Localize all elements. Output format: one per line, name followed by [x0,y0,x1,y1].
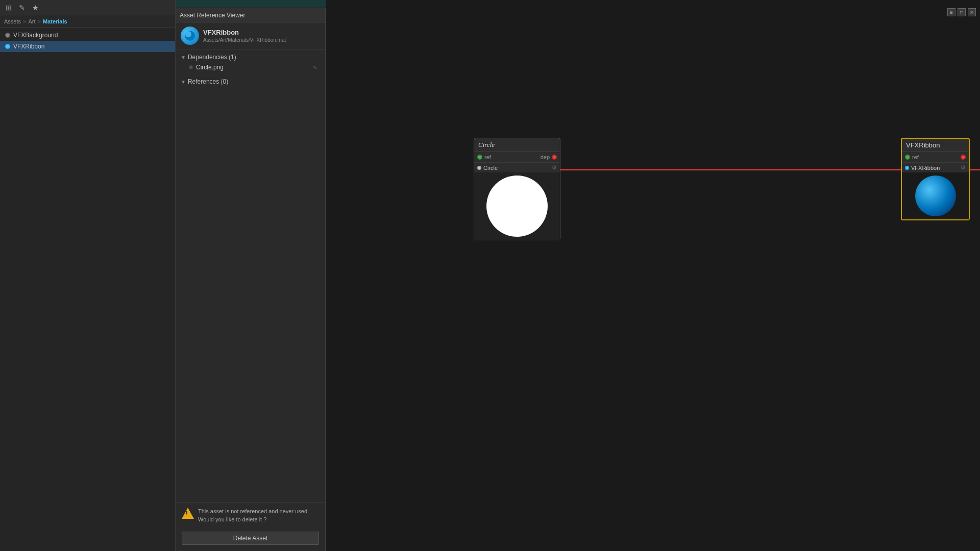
vfxribbon-preview [902,172,969,219]
vfxribbon-dep-port-dot [961,155,966,160]
circle-dep-label: dep [541,154,550,160]
circle-node-header: Circle [474,138,560,152]
warning-text: This asset is not referenced and never u… [198,508,319,523]
dep-arrow-icon: ▼ [181,55,186,60]
arv-asset-header: VFXRibbon Assets/Art/Materials/VFXRibbon… [176,22,325,49]
vfxribbon-asset-row: VFXRibbon ⚙ [902,163,969,172]
asset-dot-vfxbackground [5,33,10,38]
circle-node-ports: ref dep [474,152,560,163]
vfxribbon-node-ports: ref [902,152,969,163]
asset-browser-toolbar: ⊞ ✎ ★ [0,0,175,15]
warning-icon [182,508,194,520]
breadcrumb: Assets > Art > Materials [0,15,175,28]
arv-asset-path: Assets/Art/Materials/VFXRibbon.mat [203,37,286,43]
arv-bottom: This asset is not referenced and never u… [176,502,325,551]
arv-icon-svg [184,30,196,42]
arv-titlebar: Asset Reference Viewer [176,8,325,22]
dep-label: Dependencies (1) [188,54,236,61]
circle-port-right[interactable]: dep [541,154,557,160]
vfxribbon-ref-port-dot [905,155,910,160]
asset-name-vfxbackground: VFXBackground [13,32,58,39]
circle-port-left[interactable]: ref [477,154,491,160]
arv-warning-area: This asset is not referenced and never u… [176,503,325,529]
arv-title: Asset Reference Viewer [180,12,321,19]
circle-dep-port-dot [552,155,557,160]
arv-references-section: ▼ References (0) [176,74,325,89]
circle-asset-name: Circle [483,165,498,171]
circle-preview [474,172,560,240]
close-button[interactable]: ✕ [968,8,976,16]
dep-edit-icon: ✎ [313,65,317,70]
vfxribbon-asset-dot [905,166,909,170]
asset-item-vfxribbon[interactable]: VFXRibbon [0,41,175,52]
arv-dependencies-header[interactable]: ▼ Dependencies (1) [181,52,320,63]
arv-dependencies-section: ▼ Dependencies (1) Circle.png ✎ [176,49,325,74]
node-vfxribbon: VFXRibbon ref VFXRibbon ⚙ [901,138,970,220]
vfxribbon-port-right[interactable] [961,155,966,160]
vfxribbon-settings-icon[interactable]: ⚙ [961,164,966,171]
delete-asset-button[interactable]: Delete Asset [182,532,319,545]
circle-preview-image [486,176,548,237]
asset-item-vfxbackground[interactable]: VFXBackground [0,30,175,41]
dep-dot-circle [189,65,193,69]
circle-ref-label: ref [484,154,491,160]
asset-list: VFXBackground VFXRibbon [0,28,175,54]
toolbar-grid-button[interactable]: ⊞ [3,2,14,13]
asset-browser-panel: ⊞ ✎ ★ Assets > Art > Materials VFXBackgr… [0,0,176,551]
breadcrumb-sep-2: > [38,18,41,24]
circle-settings-icon[interactable]: ⚙ [552,164,557,171]
dep-item-name: Circle.png [196,64,224,71]
ref-label: References (0) [188,78,228,85]
connection-svg [326,0,980,551]
breadcrumb-art[interactable]: Art [28,18,35,24]
arv-asset-name: VFXRibbon [203,29,286,36]
node-circle: Circle ref dep Circle ⚙ [474,138,560,240]
node-graph: Circle ref dep Circle ⚙ VFXRibbon ref [326,0,980,551]
breadcrumb-materials[interactable]: Materials [43,18,67,24]
vfxribbon-ref-label: ref [912,154,919,160]
circle-asset-dot [477,166,481,170]
vfxribbon-port-left[interactable]: ref [905,154,919,160]
circle-asset-row: Circle ⚙ [474,163,560,172]
breadcrumb-assets[interactable]: Assets [4,18,21,24]
ref-arrow-icon: ▼ [181,79,186,85]
circle-ref-port-dot [477,155,482,160]
menu-button[interactable]: ≡ [947,8,955,16]
asset-name-vfxribbon: VFXRibbon [13,43,44,50]
arv-panel: Asset Reference Viewer VFXRibbon Assets/… [176,8,326,551]
warning-triangle [182,508,194,519]
arv-content-empty [176,89,325,502]
toolbar-star-button[interactable]: ★ [30,2,41,13]
vfxribbon-preview-image [915,176,956,216]
restore-button[interactable]: □ [958,8,966,16]
svg-point-1 [185,31,191,37]
arv-asset-info: VFXRibbon Assets/Art/Materials/VFXRibbon… [203,29,286,43]
arv-references-header[interactable]: ▼ References (0) [181,76,320,87]
vfxribbon-asset-name: VFXRibbon [911,165,940,171]
arv-asset-icon [181,27,199,45]
delete-btn-row: Delete Asset [176,529,325,551]
dep-item-circle[interactable]: Circle.png ✎ [181,63,320,72]
vfxribbon-node-header: VFXRibbon [902,139,969,152]
asset-dot-vfxribbon [5,44,10,49]
breadcrumb-sep-1: > [23,18,26,24]
toolbar-pencil-button[interactable]: ✎ [16,2,28,13]
window-controls: ≡ □ ✕ [947,8,976,16]
